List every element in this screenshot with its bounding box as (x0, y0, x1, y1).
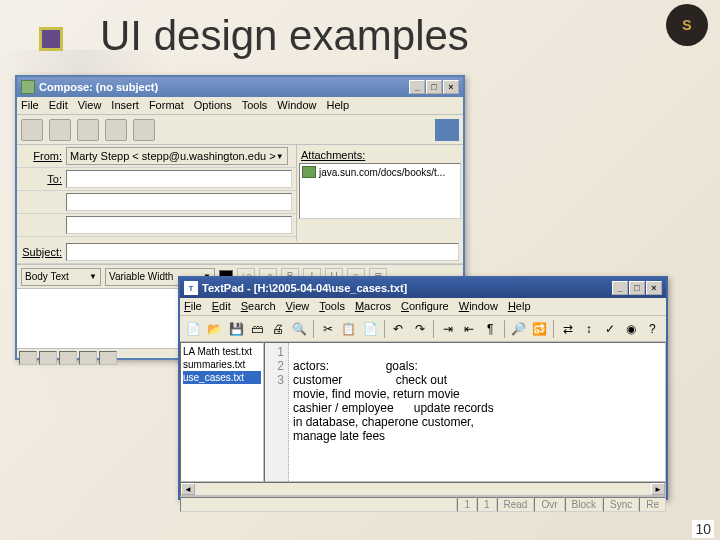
outdent-icon[interactable]: ⇤ (459, 319, 478, 339)
undo-icon[interactable]: ↶ (389, 319, 408, 339)
attachment-item[interactable]: java.sun.com/docs/books/t... (302, 166, 458, 178)
title-bullet (40, 28, 62, 50)
send-icon[interactable] (21, 119, 43, 141)
copy-icon[interactable]: 📋 (339, 319, 358, 339)
status-col: 1 (477, 497, 497, 512)
line-gutter: 1 2 3 (265, 343, 289, 481)
textpad-app-icon: T (184, 281, 198, 295)
file-item-selected[interactable]: use_cases.txt (183, 371, 261, 384)
attachments-box[interactable]: java.sun.com/docs/books/t... (299, 163, 461, 219)
page-number: 10 (692, 520, 714, 538)
subject-label: Subject: (21, 246, 66, 258)
app-icon (21, 80, 35, 94)
compose-title-text: Compose: (no subject) (39, 81, 158, 93)
maximize-button[interactable]: □ (629, 281, 645, 295)
status-line: 1 (457, 497, 477, 512)
menu-help[interactable]: Help (508, 300, 531, 313)
close-button[interactable]: × (646, 281, 662, 295)
menu-format[interactable]: Format (149, 99, 184, 112)
status-ovr: Ovr (534, 497, 564, 512)
menu-macros[interactable]: Macros (355, 300, 391, 313)
menu-file[interactable]: File (21, 99, 39, 112)
file-item[interactable]: summaries.txt (183, 358, 261, 371)
textpad-title-text: TextPad - [H:\2005-04-04\use_cases.txt] (202, 282, 407, 294)
address-icon[interactable] (49, 119, 71, 141)
textpad-toolbar: 📄 📂 💾 🗃 🖨 🔍 ✂ 📋 📄 ↶ ↷ ⇥ ⇤ ¶ 🔎 🔂 ⇄ ↕ ✓ ◉ … (180, 316, 666, 342)
chevron-down-icon: ▼ (276, 152, 284, 161)
to-input[interactable] (66, 170, 292, 188)
indent-icon[interactable]: ⇥ (438, 319, 457, 339)
attach-icon[interactable] (77, 119, 99, 141)
find-icon[interactable]: 🔎 (509, 319, 528, 339)
paste-icon[interactable]: 📄 (361, 319, 380, 339)
preview-icon[interactable]: 🔍 (290, 319, 309, 339)
menu-view[interactable]: View (286, 300, 310, 313)
horizontal-scrollbar[interactable]: ◄ ► (180, 482, 666, 496)
spell-icon[interactable] (105, 119, 127, 141)
editor-text[interactable]: actors: goals:customer check outmovie, f… (289, 343, 665, 481)
status-icon-5[interactable] (99, 351, 117, 365)
from-select[interactable]: Marty Stepp < stepp@u.washington.edu > ▼ (66, 147, 288, 165)
paragraph-select[interactable]: Body Text▼ (21, 268, 101, 286)
status-icon-2[interactable] (39, 351, 57, 365)
sort-icon[interactable]: ↕ (579, 319, 598, 339)
compose-titlebar[interactable]: Compose: (no subject) _ □ × (17, 77, 463, 97)
status-icon-1[interactable] (19, 351, 37, 365)
subject-input[interactable] (66, 243, 459, 261)
menu-file[interactable]: File (184, 300, 202, 313)
menu-help[interactable]: Help (326, 99, 349, 112)
status-block: Block (565, 497, 603, 512)
maximize-button[interactable]: □ (426, 80, 442, 94)
file-item[interactable]: LA Math test.txt (183, 345, 261, 358)
textpad-titlebar[interactable]: T TextPad - [H:\2005-04-04\use_cases.txt… (180, 278, 666, 298)
help-icon[interactable]: ? (643, 319, 662, 339)
redo-icon[interactable]: ↷ (410, 319, 429, 339)
file-icon (302, 166, 316, 178)
compose-toolbar (17, 115, 463, 145)
compose-menubar: File Edit View Insert Format Options Too… (17, 97, 463, 115)
minimize-button[interactable]: _ (612, 281, 628, 295)
replace-icon[interactable]: 🔂 (530, 319, 549, 339)
from-value: Marty Stepp < stepp@u.washington.edu > (70, 150, 276, 162)
status-icon-4[interactable] (79, 351, 97, 365)
to-label: To: (21, 173, 66, 185)
throbber-icon (435, 119, 459, 141)
menu-window[interactable]: Window (459, 300, 498, 313)
menu-tools[interactable]: Tools (242, 99, 268, 112)
addr-input-2[interactable] (66, 193, 292, 211)
addr-input-3[interactable] (66, 216, 292, 234)
cut-icon[interactable]: ✂ (318, 319, 337, 339)
new-icon[interactable]: 📄 (184, 319, 203, 339)
open-icon[interactable]: 📂 (205, 319, 224, 339)
status-icon-3[interactable] (59, 351, 77, 365)
attachment-name: java.sun.com/docs/books/t... (319, 167, 445, 178)
menu-configure[interactable]: Configure (401, 300, 449, 313)
menu-edit[interactable]: Edit (212, 300, 231, 313)
macro-icon[interactable]: ◉ (622, 319, 641, 339)
minimize-button[interactable]: _ (409, 80, 425, 94)
close-button[interactable]: × (443, 80, 459, 94)
scroll-right-button[interactable]: ► (651, 483, 665, 495)
save-icon[interactable] (133, 119, 155, 141)
menu-options[interactable]: Options (194, 99, 232, 112)
spell-icon[interactable]: ✓ (600, 319, 619, 339)
slide-title: UI design examples (100, 12, 469, 60)
wrap-icon[interactable]: ¶ (481, 319, 500, 339)
menu-search[interactable]: Search (241, 300, 276, 313)
saveall-icon[interactable]: 🗃 (248, 319, 267, 339)
menu-insert[interactable]: Insert (111, 99, 139, 112)
scroll-left-button[interactable]: ◄ (181, 483, 195, 495)
print-icon[interactable]: 🖨 (269, 319, 288, 339)
textpad-menubar: File Edit Search View Tools Macros Confi… (180, 298, 666, 316)
menu-edit[interactable]: Edit (49, 99, 68, 112)
menu-tools[interactable]: Tools (319, 300, 345, 313)
status-read: Read (497, 497, 535, 512)
editor-area[interactable]: 1 2 3 actors: goals:customer check outmo… (264, 342, 666, 482)
save-icon[interactable]: 💾 (226, 319, 245, 339)
file-list-sidebar: LA Math test.txt summaries.txt use_cases… (180, 342, 264, 482)
textpad-statusbar: 1 1 Read Ovr Block Sync Re (180, 496, 666, 512)
status-sync: Sync (603, 497, 639, 512)
menu-view[interactable]: View (78, 99, 102, 112)
menu-window[interactable]: Window (277, 99, 316, 112)
compare-icon[interactable]: ⇄ (558, 319, 577, 339)
